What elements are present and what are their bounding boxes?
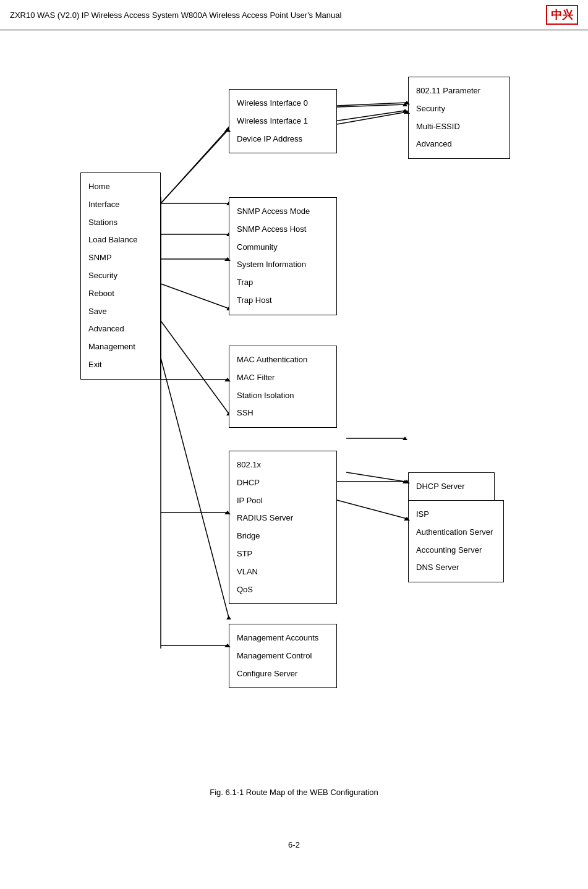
menu-item-snmp: SNMP	[88, 249, 153, 267]
mgmt-item-2: IP Pool	[237, 492, 329, 510]
mgmt-item-4: Bridge	[237, 527, 329, 545]
menu-item-loadbalance: Load Balance	[88, 231, 153, 249]
menu-item-save: Save	[88, 303, 153, 321]
wp-item-2: Multi-ESSID	[416, 118, 502, 136]
svg-line-16	[161, 358, 229, 618]
wireless-params-box: 802.11 Parameter Security Multi-ESSID Ad…	[408, 77, 510, 159]
isp-box: ISP Authentication Server Accounting Ser…	[408, 500, 504, 582]
snmp-item-2: Community	[237, 239, 329, 257]
management-box: 802.1x DHCP IP Pool RADIUS Server Bridge…	[229, 451, 337, 604]
dhcp-server-item: DHCP Server	[416, 478, 487, 496]
snmp-box: SNMP Access Mode SNMP Access Host Commun…	[229, 197, 337, 315]
menu-item-interface: Interface	[88, 196, 153, 214]
menu-item-advanced: Advanced	[88, 320, 153, 338]
snmp-item-5: Trap Host	[237, 292, 329, 310]
diagram-area: Home Interface Stations Load Balance SNM…	[0, 30, 588, 834]
page-footer: 6-2	[0, 834, 588, 856]
sec-item-3: SSH	[237, 404, 329, 422]
ma-item-2: Configure Server	[237, 665, 329, 683]
security-box: MAC Authentication MAC Filter Station Is…	[229, 346, 337, 428]
svg-line-14	[346, 472, 405, 482]
interface-item-0: Wireless Interface 0	[237, 95, 329, 113]
menu-item-management: Management	[88, 338, 153, 356]
svg-line-36	[337, 500, 407, 519]
mgmt-item-3: RADIUS Server	[237, 509, 329, 527]
sec-item-2: Station Isolation	[237, 387, 329, 405]
mgmt-item-0: 802.1x	[237, 456, 329, 474]
isp-item-2: Accounting Server	[416, 542, 496, 559]
menu-item-exit: Exit	[88, 356, 153, 374]
svg-marker-13	[403, 436, 407, 440]
diagram-caption: Fig. 6.1-1 Route Map of the WEB Configur…	[0, 788, 588, 797]
menu-item-stations: Stations	[88, 214, 153, 232]
page-number: 6-2	[288, 840, 300, 849]
svg-line-0	[161, 129, 229, 203]
svg-line-22	[161, 129, 228, 203]
snmp-item-0: SNMP Access Mode	[237, 203, 329, 221]
mgmt-item-6: VLAN	[237, 563, 329, 581]
svg-marker-5	[403, 103, 407, 106]
svg-line-8	[161, 284, 229, 308]
isp-item-1: Authentication Server	[416, 524, 496, 542]
mgmt-item-1: DHCP	[237, 474, 329, 492]
ma-item-0: Management Accounts	[237, 629, 329, 647]
svg-marker-17	[226, 616, 231, 619]
sec-item-1: MAC Filter	[237, 369, 329, 387]
wp-item-1: Security	[416, 100, 502, 118]
page-header: ZXR10 WAS (V2.0) IP Wireless Access Syst…	[0, 0, 588, 30]
menu-item-security: Security	[88, 267, 153, 285]
ma-item-1: Management Control	[237, 647, 329, 665]
snmp-item-4: Trap	[237, 274, 329, 292]
svg-line-24	[337, 103, 407, 106]
svg-marker-3	[403, 109, 407, 113]
mgmt-item-7: QoS	[237, 581, 329, 599]
wp-item-3: Advanced	[416, 135, 502, 153]
mgmt-accounts-box: Management Accounts Management Control C…	[229, 624, 337, 688]
mgmt-item-5: STP	[237, 545, 329, 563]
snmp-item-1: SNMP Access Host	[237, 221, 329, 239]
header-title: ZXR10 WAS (V2.0) IP Wireless Access Syst…	[10, 11, 341, 20]
wp-item-0: 802.11 Parameter	[416, 82, 502, 100]
svg-line-26	[337, 112, 407, 124]
interface-item-2: Device IP Address	[237, 130, 329, 148]
menu-item-home: Home	[88, 178, 153, 196]
sec-item-0: MAC Authentication	[237, 351, 329, 369]
snmp-item-3: System Information	[237, 256, 329, 274]
isp-item-3: DNS Server	[416, 559, 496, 577]
interface-item-1: Wireless Interface 1	[237, 113, 329, 130]
svg-marker-15	[403, 480, 407, 483]
interface-box: Wireless Interface 0 Wireless Interface …	[229, 89, 337, 153]
main-menu-box: Home Interface Stations Load Balance SNM…	[80, 172, 161, 380]
svg-line-10	[161, 321, 229, 414]
dhcp-server-box: DHCP Server	[408, 472, 495, 501]
isp-item-0: ISP	[416, 506, 496, 524]
zte-logo: 中兴	[546, 5, 578, 25]
menu-item-reboot: Reboot	[88, 285, 153, 303]
